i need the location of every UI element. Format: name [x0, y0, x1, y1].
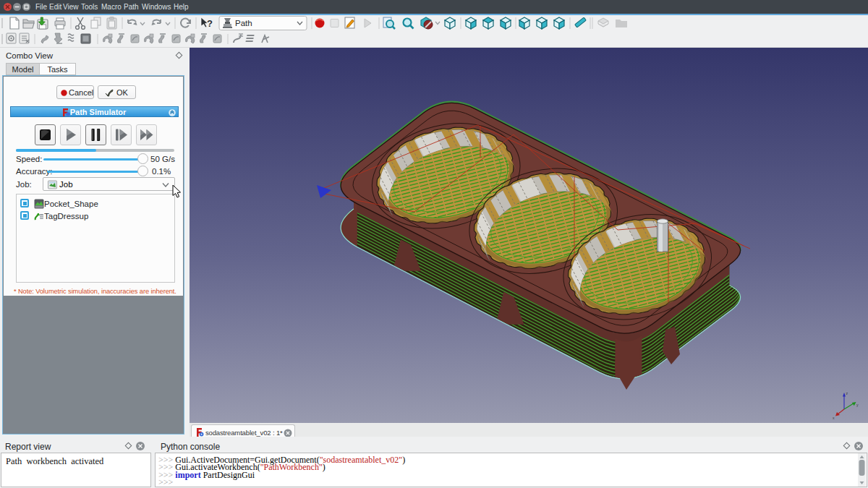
svg-text:?: ?	[207, 18, 213, 29]
svg-text:y: y	[856, 403, 859, 407]
svg-text:Path: Path	[235, 19, 252, 27]
svg-text:z: z	[846, 391, 848, 395]
svg-text:x: x	[833, 416, 835, 420]
